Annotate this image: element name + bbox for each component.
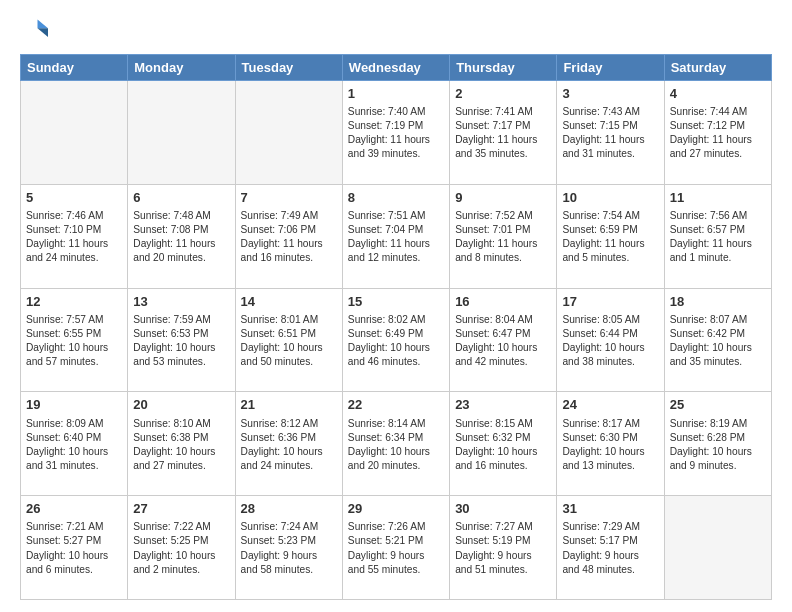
calendar-cell: 3Sunrise: 7:43 AMSunset: 7:15 PMDaylight…	[557, 81, 664, 185]
day-number: 1	[348, 85, 444, 103]
calendar-cell: 24Sunrise: 8:17 AMSunset: 6:30 PMDayligh…	[557, 392, 664, 496]
calendar-cell: 20Sunrise: 8:10 AMSunset: 6:38 PMDayligh…	[128, 392, 235, 496]
day-number: 30	[455, 500, 551, 518]
calendar-cell: 25Sunrise: 8:19 AMSunset: 6:28 PMDayligh…	[664, 392, 771, 496]
day-info: Sunrise: 7:24 AMSunset: 5:23 PMDaylight:…	[241, 520, 337, 576]
day-info: Sunrise: 7:56 AMSunset: 6:57 PMDaylight:…	[670, 209, 766, 265]
day-info: Sunrise: 7:57 AMSunset: 6:55 PMDaylight:…	[26, 313, 122, 369]
svg-marker-0	[38, 20, 49, 29]
calendar-cell: 21Sunrise: 8:12 AMSunset: 6:36 PMDayligh…	[235, 392, 342, 496]
calendar-cell: 5Sunrise: 7:46 AMSunset: 7:10 PMDaylight…	[21, 184, 128, 288]
calendar-cell: 26Sunrise: 7:21 AMSunset: 5:27 PMDayligh…	[21, 496, 128, 600]
calendar-cell: 31Sunrise: 7:29 AMSunset: 5:17 PMDayligh…	[557, 496, 664, 600]
day-info: Sunrise: 7:26 AMSunset: 5:21 PMDaylight:…	[348, 520, 444, 576]
day-info: Sunrise: 7:21 AMSunset: 5:27 PMDaylight:…	[26, 520, 122, 576]
day-number: 6	[133, 189, 229, 207]
day-number: 4	[670, 85, 766, 103]
day-info: Sunrise: 7:27 AMSunset: 5:19 PMDaylight:…	[455, 520, 551, 576]
calendar-cell: 27Sunrise: 7:22 AMSunset: 5:25 PMDayligh…	[128, 496, 235, 600]
calendar-cell	[21, 81, 128, 185]
day-info: Sunrise: 8:01 AMSunset: 6:51 PMDaylight:…	[241, 313, 337, 369]
day-info: Sunrise: 7:22 AMSunset: 5:25 PMDaylight:…	[133, 520, 229, 576]
day-number: 18	[670, 293, 766, 311]
day-number: 28	[241, 500, 337, 518]
logo	[20, 16, 52, 44]
day-info: Sunrise: 7:44 AMSunset: 7:12 PMDaylight:…	[670, 105, 766, 161]
day-info: Sunrise: 8:10 AMSunset: 6:38 PMDaylight:…	[133, 417, 229, 473]
day-number: 12	[26, 293, 122, 311]
day-info: Sunrise: 7:29 AMSunset: 5:17 PMDaylight:…	[562, 520, 658, 576]
page: Sunday Monday Tuesday Wednesday Thursday…	[0, 0, 792, 612]
day-info: Sunrise: 8:09 AMSunset: 6:40 PMDaylight:…	[26, 417, 122, 473]
calendar-cell: 23Sunrise: 8:15 AMSunset: 6:32 PMDayligh…	[450, 392, 557, 496]
day-number: 24	[562, 396, 658, 414]
calendar-cell: 29Sunrise: 7:26 AMSunset: 5:21 PMDayligh…	[342, 496, 449, 600]
day-info: Sunrise: 8:19 AMSunset: 6:28 PMDaylight:…	[670, 417, 766, 473]
day-number: 2	[455, 85, 551, 103]
calendar-cell: 14Sunrise: 8:01 AMSunset: 6:51 PMDayligh…	[235, 288, 342, 392]
col-monday: Monday	[128, 55, 235, 81]
logo-icon	[20, 16, 48, 44]
day-number: 3	[562, 85, 658, 103]
calendar-cell: 22Sunrise: 8:14 AMSunset: 6:34 PMDayligh…	[342, 392, 449, 496]
calendar-cell: 10Sunrise: 7:54 AMSunset: 6:59 PMDayligh…	[557, 184, 664, 288]
day-number: 27	[133, 500, 229, 518]
day-info: Sunrise: 7:49 AMSunset: 7:06 PMDaylight:…	[241, 209, 337, 265]
calendar-cell: 4Sunrise: 7:44 AMSunset: 7:12 PMDaylight…	[664, 81, 771, 185]
day-info: Sunrise: 8:15 AMSunset: 6:32 PMDaylight:…	[455, 417, 551, 473]
day-info: Sunrise: 8:17 AMSunset: 6:30 PMDaylight:…	[562, 417, 658, 473]
calendar-cell: 17Sunrise: 8:05 AMSunset: 6:44 PMDayligh…	[557, 288, 664, 392]
day-number: 8	[348, 189, 444, 207]
day-number: 15	[348, 293, 444, 311]
calendar-cell: 13Sunrise: 7:59 AMSunset: 6:53 PMDayligh…	[128, 288, 235, 392]
calendar-cell: 30Sunrise: 7:27 AMSunset: 5:19 PMDayligh…	[450, 496, 557, 600]
calendar-cell: 2Sunrise: 7:41 AMSunset: 7:17 PMDaylight…	[450, 81, 557, 185]
calendar-week-row: 12Sunrise: 7:57 AMSunset: 6:55 PMDayligh…	[21, 288, 772, 392]
day-number: 31	[562, 500, 658, 518]
calendar-cell	[235, 81, 342, 185]
calendar-cell: 9Sunrise: 7:52 AMSunset: 7:01 PMDaylight…	[450, 184, 557, 288]
day-number: 10	[562, 189, 658, 207]
day-number: 17	[562, 293, 658, 311]
col-thursday: Thursday	[450, 55, 557, 81]
col-wednesday: Wednesday	[342, 55, 449, 81]
day-number: 21	[241, 396, 337, 414]
day-number: 26	[26, 500, 122, 518]
day-info: Sunrise: 7:48 AMSunset: 7:08 PMDaylight:…	[133, 209, 229, 265]
calendar-cell: 1Sunrise: 7:40 AMSunset: 7:19 PMDaylight…	[342, 81, 449, 185]
day-info: Sunrise: 7:46 AMSunset: 7:10 PMDaylight:…	[26, 209, 122, 265]
calendar-cell: 15Sunrise: 8:02 AMSunset: 6:49 PMDayligh…	[342, 288, 449, 392]
calendar-cell: 7Sunrise: 7:49 AMSunset: 7:06 PMDaylight…	[235, 184, 342, 288]
calendar-cell: 18Sunrise: 8:07 AMSunset: 6:42 PMDayligh…	[664, 288, 771, 392]
day-number: 7	[241, 189, 337, 207]
col-tuesday: Tuesday	[235, 55, 342, 81]
day-info: Sunrise: 7:40 AMSunset: 7:19 PMDaylight:…	[348, 105, 444, 161]
day-number: 23	[455, 396, 551, 414]
calendar-cell: 16Sunrise: 8:04 AMSunset: 6:47 PMDayligh…	[450, 288, 557, 392]
calendar-cell: 19Sunrise: 8:09 AMSunset: 6:40 PMDayligh…	[21, 392, 128, 496]
calendar-week-row: 19Sunrise: 8:09 AMSunset: 6:40 PMDayligh…	[21, 392, 772, 496]
calendar-table: Sunday Monday Tuesday Wednesday Thursday…	[20, 54, 772, 600]
day-number: 13	[133, 293, 229, 311]
day-info: Sunrise: 8:14 AMSunset: 6:34 PMDaylight:…	[348, 417, 444, 473]
day-number: 29	[348, 500, 444, 518]
calendar-week-row: 5Sunrise: 7:46 AMSunset: 7:10 PMDaylight…	[21, 184, 772, 288]
day-info: Sunrise: 7:59 AMSunset: 6:53 PMDaylight:…	[133, 313, 229, 369]
day-info: Sunrise: 8:07 AMSunset: 6:42 PMDaylight:…	[670, 313, 766, 369]
calendar-week-row: 26Sunrise: 7:21 AMSunset: 5:27 PMDayligh…	[21, 496, 772, 600]
day-number: 19	[26, 396, 122, 414]
day-number: 25	[670, 396, 766, 414]
calendar-cell: 11Sunrise: 7:56 AMSunset: 6:57 PMDayligh…	[664, 184, 771, 288]
header	[20, 16, 772, 44]
day-info: Sunrise: 8:12 AMSunset: 6:36 PMDaylight:…	[241, 417, 337, 473]
day-number: 16	[455, 293, 551, 311]
calendar-cell: 28Sunrise: 7:24 AMSunset: 5:23 PMDayligh…	[235, 496, 342, 600]
day-info: Sunrise: 7:41 AMSunset: 7:17 PMDaylight:…	[455, 105, 551, 161]
svg-marker-1	[38, 28, 49, 37]
day-info: Sunrise: 8:05 AMSunset: 6:44 PMDaylight:…	[562, 313, 658, 369]
day-number: 20	[133, 396, 229, 414]
day-number: 11	[670, 189, 766, 207]
calendar-week-row: 1Sunrise: 7:40 AMSunset: 7:19 PMDaylight…	[21, 81, 772, 185]
day-info: Sunrise: 7:51 AMSunset: 7:04 PMDaylight:…	[348, 209, 444, 265]
day-info: Sunrise: 8:04 AMSunset: 6:47 PMDaylight:…	[455, 313, 551, 369]
